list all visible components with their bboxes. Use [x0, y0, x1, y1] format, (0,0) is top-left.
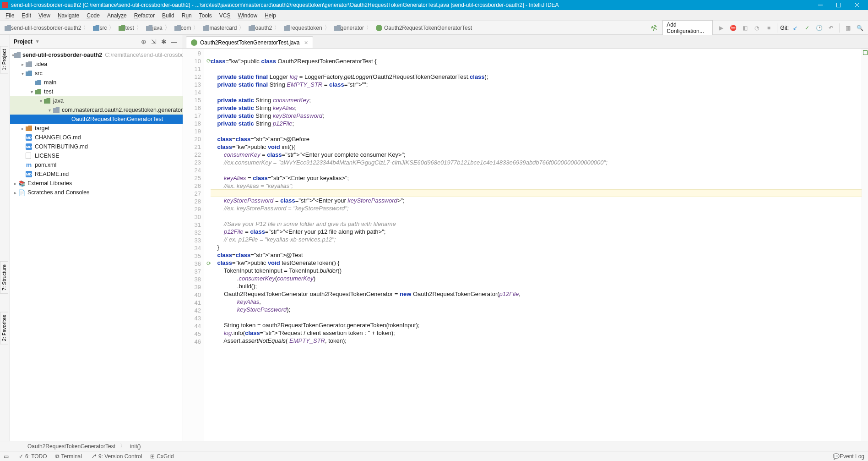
tree-item[interactable]: mpom.xml — [10, 160, 183, 170]
close-button[interactable] — [848, 0, 866, 10]
menu-vcs[interactable]: VCS — [216, 11, 234, 20]
breadcrumb-item[interactable]: java〉 — [144, 24, 173, 32]
build-icon[interactable]: ⚒ — [647, 21, 662, 35]
menu-help[interactable]: Help — [261, 11, 280, 20]
vcs-update-icon[interactable]: ↙ — [790, 22, 801, 33]
xml-icon: m — [26, 162, 32, 168]
run-gutter-icon[interactable]: ⟳ — [205, 57, 211, 64]
todo-tool[interactable]: ✓6: TODO — [19, 453, 47, 460]
tree-item[interactable]: MDCONTRIBUTING.md — [10, 142, 183, 151]
breadcrumb-method[interactable]: init() — [130, 443, 141, 450]
cxgrid-tool[interactable]: ⊞CxGrid — [150, 453, 174, 460]
breadcrumb-item[interactable]: test〉 — [117, 24, 144, 32]
tree-item[interactable]: main — [10, 78, 183, 87]
hide-icon[interactable]: — — [169, 37, 179, 47]
tab-close-icon[interactable]: × — [304, 39, 308, 46]
tree-item[interactable]: ▸target — [10, 124, 183, 133]
status-bar: ▭ ✓6: TODO ⧉Terminal ⎇9: Version Control… — [0, 451, 868, 461]
search-everywhere-icon[interactable]: 🔍 — [854, 22, 865, 33]
tree-root[interactable]: ▾ send-util-crossborder-oauth2 C:\remitt… — [10, 50, 183, 60]
project-panel-title[interactable]: Project — [14, 38, 33, 45]
project-tree[interactable]: ▾ send-util-crossborder-oauth2 C:\remitt… — [10, 49, 183, 441]
menu-build[interactable]: Build — [158, 11, 178, 20]
title-bar: send-util-crossborder-oauth2 [C:\remitta… — [0, 0, 868, 10]
version-control-tool[interactable]: ⎇9: Version Control — [90, 453, 142, 460]
minimize-button[interactable] — [811, 0, 830, 10]
coverage-icon[interactable]: ◧ — [739, 22, 750, 33]
folder-icon — [35, 89, 41, 94]
vcs-history-icon[interactable]: 🕑 — [814, 22, 825, 33]
vcs-commit-icon[interactable]: ✓ — [802, 22, 813, 33]
inspection-indicator[interactable] — [863, 50, 868, 55]
menu-navigate[interactable]: Navigate — [54, 11, 83, 20]
breadcrumb-item[interactable]: mastercard〉 — [201, 24, 247, 32]
window-title: send-util-crossborder-oauth2 [C:\remitta… — [11, 2, 811, 8]
tree-item[interactable]: ▾src — [10, 69, 183, 78]
project-tool-tab[interactable]: 1: Project — [0, 46, 8, 73]
breadcrumb-item[interactable]: src〉 — [91, 24, 117, 32]
run-gutter-icon[interactable]: ⟳ — [205, 260, 211, 266]
menu-tools[interactable]: Tools — [195, 11, 216, 20]
tree-item[interactable]: LICENSE — [10, 151, 183, 160]
menu-window[interactable]: Window — [234, 11, 261, 20]
menu-bar: File Edit View Navigate Code Analyze Ref… — [0, 10, 868, 21]
tree-item[interactable]: ▾java — [10, 96, 183, 105]
breadcrumb-item[interactable]: requesttoken〉 — [282, 24, 332, 32]
tree-item[interactable]: Oauth2RequestTokenGeneratorTest — [10, 115, 183, 124]
error-stripe[interactable] — [862, 49, 868, 441]
event-log[interactable]: 💬Event Log — [833, 453, 864, 460]
editor-tab[interactable]: Oauth2RequestTokenGeneratorTest.java × — [186, 36, 313, 48]
menu-edit[interactable]: Edit — [18, 11, 35, 20]
tree-external-libraries[interactable]: ▸ 📚 External Libraries — [10, 179, 183, 188]
locate-icon[interactable]: ⊕ — [139, 37, 149, 47]
tree-item[interactable]: MDCHANGELOG.md — [10, 133, 183, 142]
structure-tool-tab[interactable]: 7: Structure — [0, 261, 8, 294]
code-editor[interactable]: 9101112131415161718192021222324252627282… — [183, 49, 868, 441]
ide-settings-icon[interactable]: ▥ — [842, 22, 853, 33]
breadcrumb-item[interactable]: send-util-crossborder-oauth2〉 — [3, 24, 91, 32]
collapse-all-icon[interactable]: ⇲ — [149, 37, 159, 47]
breadcrumb-item[interactable]: oauth2〉 — [247, 24, 282, 32]
folder-icon — [35, 80, 41, 85]
menu-run[interactable]: Run — [178, 11, 195, 20]
menu-analyze[interactable]: Analyze — [103, 11, 130, 20]
run-icon[interactable]: ▶ — [716, 22, 727, 33]
tree-item[interactable]: ▾com.mastercard.oauth2.requesttoken.gene… — [10, 105, 183, 115]
menu-view[interactable]: View — [35, 11, 54, 20]
project-view-dropdown-icon[interactable]: ▼ — [35, 39, 40, 44]
menu-refactor[interactable]: Refactor — [130, 11, 158, 20]
folder-icon — [119, 25, 125, 31]
add-configuration-button[interactable]: Add Configuration... — [662, 20, 713, 36]
folder-icon — [93, 25, 99, 31]
menu-file[interactable]: File — [2, 11, 18, 20]
breadcrumb-item[interactable]: com〉 — [173, 24, 201, 32]
navigation-bar: send-util-crossborder-oauth2〉src〉test〉ja… — [0, 21, 868, 35]
breadcrumb-item[interactable]: Oauth2RequestTokenGeneratorTest — [374, 25, 474, 31]
favorites-tool-tab[interactable]: 2: Favorites — [0, 312, 8, 344]
tree-item[interactable]: ▾test — [10, 87, 183, 96]
tree-scratches[interactable]: ▸ 📄 Scratches and Consoles — [10, 188, 183, 197]
stop-icon[interactable]: ■ — [763, 22, 774, 33]
profile-icon[interactable]: ◔ — [751, 22, 762, 33]
menu-code[interactable]: Code — [83, 11, 103, 20]
markdown-icon: MD — [26, 143, 32, 150]
debug-icon[interactable]: ⛔ — [727, 22, 738, 33]
breadcrumb-class[interactable]: Oauth2RequestTokenGeneratorTest — [27, 443, 115, 450]
tree-item[interactable]: ▸.idea — [10, 60, 183, 69]
folder-icon — [203, 25, 209, 31]
class-icon — [191, 39, 197, 46]
vcs-revert-icon[interactable]: ↶ — [825, 22, 836, 33]
markdown-icon: MD — [26, 134, 32, 141]
left-tool-strip: 1: Project 7: Structure 2: Favorites — [0, 35, 10, 441]
maximize-button[interactable] — [830, 0, 848, 10]
project-panel: Project ▼ ⊕ ⇲ ✱ — ▾ send-util-crossborde… — [10, 35, 183, 441]
tree-item[interactable]: MDREADME.md — [10, 170, 183, 179]
svg-rect-1 — [837, 3, 841, 7]
breadcrumb-item[interactable]: generator〉 — [332, 24, 374, 32]
status-expand[interactable]: ▭ — [4, 453, 11, 460]
editor-area: Oauth2RequestTokenGeneratorTest.java × 9… — [183, 35, 868, 441]
settings-icon[interactable]: ✱ — [159, 37, 169, 47]
code-content[interactable]: class="kw">public class Oauth2RequestTok… — [204, 49, 862, 441]
folder-icon — [5, 25, 11, 31]
terminal-tool[interactable]: ⧉Terminal — [55, 453, 82, 460]
